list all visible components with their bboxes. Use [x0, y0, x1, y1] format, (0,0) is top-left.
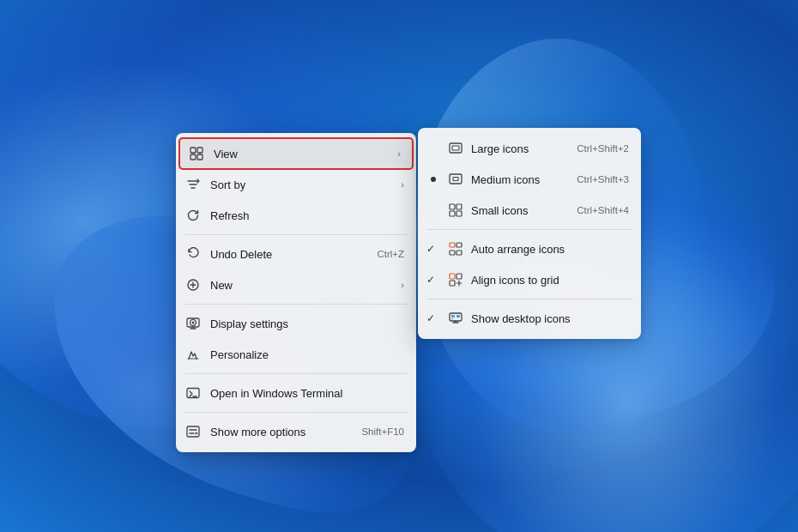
align-icon	[447, 271, 464, 288]
svg-rect-15	[456, 204, 462, 209]
svg-rect-9	[187, 426, 199, 437]
svg-rect-21	[456, 251, 462, 255]
view-submenu: Large icons Ctrl+Shift+2 Medium icons Ct…	[418, 128, 641, 339]
new-arrow: ›	[401, 280, 404, 290]
small-icons-shortcut: Ctrl+Shift+4	[568, 205, 629, 215]
medium-icons-label: Medium icons	[471, 173, 561, 186]
sort-by-label: Sort by	[210, 178, 392, 191]
svg-rect-13	[453, 178, 458, 181]
svg-rect-18	[450, 243, 455, 247]
svg-rect-12	[450, 174, 462, 184]
large-icon	[447, 140, 464, 157]
show-desktop-label: Show desktop icons	[471, 312, 629, 325]
primary-context-menu: View › Sort by › Refresh	[176, 133, 416, 452]
grid-icon	[188, 145, 205, 162]
show-more-label: Show more options	[210, 426, 336, 438]
svg-rect-3	[197, 154, 203, 160]
more-icon	[184, 423, 202, 440]
menu-item-display-settings[interactable]: Display settings	[176, 308, 416, 339]
context-menu-container: View › Sort by › Refresh	[176, 133, 641, 452]
align-grid-label: Align icons to grid	[471, 274, 629, 287]
svg-rect-23	[456, 274, 462, 279]
svg-rect-17	[456, 211, 462, 216]
svg-rect-24	[450, 281, 455, 286]
menu-item-sort-by[interactable]: Sort by ›	[176, 169, 416, 200]
display-settings-label: Display settings	[210, 317, 404, 330]
submenu-item-medium-icons[interactable]: Medium icons Ctrl+Shift+3	[418, 164, 641, 195]
menu-item-view[interactable]: View ›	[179, 138, 413, 169]
align-grid-check: ✓	[426, 274, 440, 286]
medium-icons-check	[426, 177, 440, 182]
svg-rect-19	[456, 243, 462, 247]
refresh-icon	[184, 207, 202, 224]
auto-arrange-label: Auto arrange icons	[471, 243, 629, 256]
display-icon	[184, 315, 202, 332]
medium-icons-bullet	[431, 177, 436, 182]
svg-rect-16	[450, 211, 455, 216]
personalize-icon	[184, 346, 202, 363]
undo-delete-shortcut: Ctrl+Z	[360, 249, 404, 259]
submenu-item-small-icons[interactable]: Small icons Ctrl+Shift+4	[418, 195, 641, 226]
show-more-shortcut: Shift+F10	[344, 426, 404, 437]
undo-delete-label: Undo Delete	[210, 248, 351, 261]
new-icon	[184, 276, 202, 293]
submenu-item-align-grid[interactable]: ✓ Align icons to grid	[418, 264, 641, 295]
svg-rect-0	[190, 148, 196, 153]
svg-rect-1	[197, 148, 203, 153]
medium-icon	[447, 171, 464, 188]
view-arrow: ›	[397, 148, 401, 159]
large-icons-label: Large icons	[471, 142, 561, 155]
menu-item-show-more[interactable]: Show more options Shift+F10	[176, 416, 416, 447]
open-terminal-label: Open in Windows Terminal	[210, 387, 404, 400]
new-label: New	[210, 279, 392, 292]
svg-rect-20	[450, 251, 455, 255]
svg-rect-28	[451, 318, 453, 320]
menu-item-open-terminal[interactable]: Open in Windows Terminal	[176, 378, 416, 408]
menu-item-refresh[interactable]: Refresh	[176, 200, 416, 231]
sort-by-arrow: ›	[401, 179, 404, 190]
medium-icons-shortcut: Ctrl+Shift+3	[568, 174, 629, 184]
personalize-label: Personalize	[210, 348, 404, 361]
menu-item-undo-delete[interactable]: Undo Delete Ctrl+Z	[176, 239, 416, 269]
auto-arrange-check: ✓	[426, 243, 440, 255]
svg-rect-26	[451, 315, 455, 317]
large-icons-shortcut: Ctrl+Shift+2	[568, 143, 629, 154]
refresh-label: Refresh	[210, 209, 404, 222]
svg-point-6	[192, 322, 195, 324]
submenu-separator-1	[426, 229, 632, 230]
separator-3	[184, 373, 408, 374]
small-icon	[447, 202, 464, 219]
svg-rect-2	[190, 154, 196, 160]
small-icons-label: Small icons	[471, 204, 561, 217]
desktop-icon	[447, 310, 464, 327]
sort-icon	[184, 176, 202, 193]
auto-arrange-icon	[447, 240, 464, 257]
menu-item-personalize[interactable]: Personalize	[176, 339, 416, 370]
submenu-separator-2	[426, 299, 632, 299]
view-label: View	[214, 148, 389, 160]
menu-item-new[interactable]: New ›	[176, 269, 416, 300]
undo-icon	[184, 245, 202, 263]
submenu-item-large-icons[interactable]: Large icons Ctrl+Shift+2	[418, 133, 641, 164]
svg-rect-27	[456, 315, 460, 317]
show-desktop-check: ✓	[426, 312, 440, 324]
svg-rect-11	[452, 146, 459, 150]
submenu-item-show-desktop[interactable]: ✓ Show desktop icons	[418, 303, 641, 334]
svg-rect-10	[450, 143, 462, 153]
separator-2	[184, 304, 408, 305]
terminal-icon	[184, 384, 202, 402]
svg-rect-14	[450, 204, 455, 209]
svg-rect-22	[450, 274, 455, 279]
submenu-item-auto-arrange[interactable]: ✓ Auto arrange icons	[418, 233, 641, 264]
separator-4	[184, 412, 408, 413]
separator-1	[184, 234, 408, 235]
